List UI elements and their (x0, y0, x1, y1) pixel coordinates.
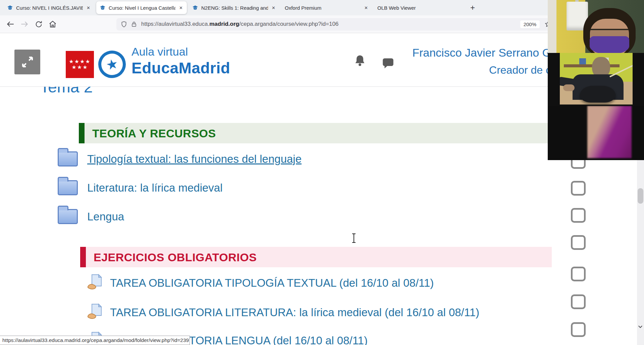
assignment-link-tipologia[interactable]: TAREA OBLIGATORIA TIPOLOGÍA TEXTUAL (del… (110, 277, 434, 289)
address-bar[interactable]: https://aulavirtual33.educa.madrid.org/c… (116, 18, 556, 30)
forward-button[interactable] (19, 19, 30, 29)
logo-star-icon: ★ (105, 56, 120, 73)
shelf-item-shape (579, 58, 586, 64)
scrollbar-thumb[interactable] (638, 188, 643, 204)
tab-label: Oxford Premium (285, 5, 361, 11)
theory-section-header: TEORÍA Y RECURSOS (79, 123, 551, 143)
user-name[interactable]: Francisco Javier Serrano G (401, 46, 551, 59)
tab-olb-web-viewer[interactable]: OLB Web Viewer (374, 1, 465, 14)
text-cursor (351, 233, 357, 245)
user-menu[interactable]: Francisco Javier Serrano G Creador de c (401, 46, 551, 76)
folder-icon (58, 180, 78, 195)
video-call-overlay[interactable] (548, 0, 644, 160)
completion-checkbox[interactable] (571, 235, 586, 250)
tab-oxford-premium[interactable]: Oxford Premium ✕ (281, 1, 372, 14)
tab-n2eng-skills[interactable]: N2ENG: Skills 1: Reading and W ✕ (189, 1, 279, 14)
folder-row: Tipología textual: las funciones del len… (58, 151, 302, 166)
flag-stars-row: ★★★ (71, 65, 88, 70)
smart-speaker-shape (580, 86, 615, 102)
completion-checkbox[interactable] (571, 322, 586, 337)
site-brand[interactable]: Aula virtual EducaMadrid (131, 45, 230, 77)
fullscreen-toggle-button[interactable] (14, 50, 40, 74)
lock-icon[interactable] (131, 21, 137, 27)
completion-checkbox[interactable] (571, 294, 586, 309)
tab-curso-ingles[interactable]: Curso: NIVEL I INGLÉS.JAVIER ✕ (4, 1, 94, 14)
shield-icon[interactable] (120, 21, 127, 28)
browser-tab-bar: Curso: NIVEL I INGLÉS.JAVIER ✕ Curso: Ni… (0, 0, 644, 15)
assignment-row: TAREA OBLIGATORIA TIPOLOGÍA TEXTUAL (del… (87, 274, 434, 292)
moodle-favicon-icon (7, 5, 13, 11)
tab-label: Curso: Nivel I Lengua Castellana (109, 5, 175, 11)
tab-curso-lengua-active[interactable]: Curso: Nivel I Lengua Castellana ✕ (96, 1, 187, 14)
completion-checkbox[interactable] (571, 181, 586, 196)
assignment-icon (87, 274, 103, 292)
user-role: Creador de c (401, 64, 551, 76)
exercises-section-header: EJERCICIOS OBLIGATORIOS (80, 247, 552, 267)
shelf-shape (564, 64, 620, 67)
section-title: EJERCICIOS OBLIGATORIOS (94, 251, 257, 264)
participant-hand-shape (563, 84, 575, 91)
site-navbar: ★★★★ ★★★ ★ Aula virtual EducaMadrid Fran… (0, 33, 644, 87)
chat-bubble-icon (381, 57, 395, 71)
tab-label: OLB Web Viewer (377, 5, 461, 11)
participant-glasses-shape (590, 29, 629, 37)
section-accent-bar (80, 247, 86, 267)
folder-row: Literatura: la lírica medieval (58, 180, 223, 195)
expand-arrows-icon (20, 55, 35, 69)
tab-close-icon[interactable]: ✕ (178, 5, 183, 10)
section-accent-bar (79, 123, 85, 143)
tab-close-icon[interactable]: ✕ (364, 5, 369, 10)
educamadrid-star-logo[interactable]: ★ (96, 48, 128, 80)
zoom-level-badge[interactable]: 200% (520, 20, 540, 28)
folder-row: Lengua (58, 209, 124, 224)
webcam-tile-1[interactable] (548, 0, 644, 53)
assignment-icon (87, 303, 103, 322)
url-text: https://aulavirtual33.educa.madrid.org/c… (141, 21, 338, 27)
participant-face-mask-shape (590, 36, 629, 53)
screen: Curso: NIVEL I INGLÉS.JAVIER ✕ Curso: Ni… (0, 0, 644, 345)
new-tab-button[interactable]: + (470, 3, 475, 12)
back-button[interactable] (5, 19, 15, 29)
brand-line-2: EducaMadrid (131, 59, 230, 77)
folder-link-literatura[interactable]: Literatura: la lírica medieval (87, 182, 223, 194)
completion-checkbox[interactable] (571, 267, 586, 281)
brand-line-1: Aula virtual (131, 45, 230, 58)
tab-label: Curso: NIVEL I INGLÉS.JAVIER (16, 5, 83, 11)
notifications-button[interactable] (353, 54, 367, 67)
webcam-3-frame (587, 106, 632, 158)
completion-checkbox[interactable] (571, 208, 586, 223)
browser-toolbar: https://aulavirtual33.educa.madrid.org/c… (0, 15, 644, 33)
moodle-favicon-icon (100, 5, 106, 11)
flag-stars-row: ★★★★ (69, 59, 91, 64)
webcam-tile-3[interactable] (548, 106, 644, 160)
tab-close-icon[interactable]: ✕ (271, 5, 276, 10)
folder-link-lengua[interactable]: Lengua (87, 210, 124, 223)
assignment-row: TAREA OBLIGATORIA LITERATURA: la lírica … (87, 303, 479, 322)
madrid-flag-logo[interactable]: ★★★★ ★★★ (66, 51, 94, 78)
bell-icon (353, 54, 367, 67)
moodle-favicon-icon (192, 5, 198, 11)
folder-icon (58, 151, 78, 166)
tab-label: N2ENG: Skills 1: Reading and W (201, 5, 268, 11)
home-button[interactable] (48, 19, 58, 29)
folder-link-tipologia[interactable]: Tipología textual: las funciones del len… (87, 153, 302, 165)
status-bar-link-preview: https://aulavirtual33.educa.madrid.org/c… (0, 336, 190, 345)
section-title: TEORÍA Y RECURSOS (92, 127, 216, 140)
chevron-down-icon[interactable] (637, 324, 643, 330)
webcam-2-frame (560, 53, 633, 105)
webcam-tile-2[interactable] (548, 53, 644, 106)
tab-close-icon[interactable]: ✕ (86, 5, 91, 10)
assignment-link-literatura[interactable]: TAREA OBLIGATORIA LITERATURA: la lírica … (110, 306, 479, 319)
reload-button[interactable] (34, 19, 44, 29)
folder-icon (58, 209, 78, 224)
messages-button[interactable] (381, 57, 395, 71)
